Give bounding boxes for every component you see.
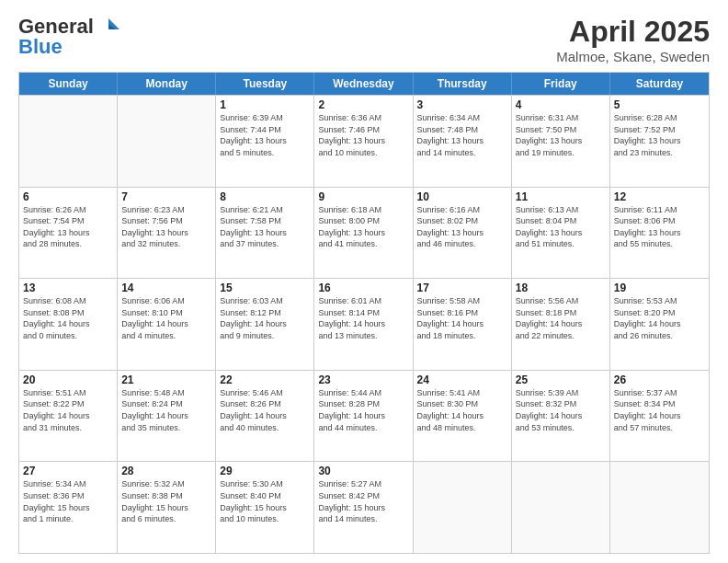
day-number: 28 <box>121 465 211 477</box>
logo-blue: Blue <box>18 35 63 59</box>
day-number: 5 <box>614 98 705 111</box>
day-number: 13 <box>23 282 113 294</box>
day-info: Sunrise: 5:27 AM Sunset: 8:42 PM Dayligh… <box>318 478 408 524</box>
day-info: Sunrise: 6:31 AM Sunset: 7:50 PM Dayligh… <box>516 112 606 158</box>
calendar-row-4: 20Sunrise: 5:51 AM Sunset: 8:22 PM Dayli… <box>19 370 709 462</box>
day-cell-10: 10Sunrise: 6:16 AM Sunset: 8:02 PM Dayli… <box>414 188 512 279</box>
day-cell-18: 18Sunrise: 5:56 AM Sunset: 8:18 PM Dayli… <box>512 279 610 370</box>
calendar-body: 1Sunrise: 6:39 AM Sunset: 7:44 PM Daylig… <box>19 95 709 553</box>
empty-cell <box>610 462 709 553</box>
day-cell-3: 3Sunrise: 6:34 AM Sunset: 7:48 PM Daylig… <box>414 96 512 187</box>
day-info: Sunrise: 6:28 AM Sunset: 7:52 PM Dayligh… <box>614 112 705 158</box>
day-info: Sunrise: 6:13 AM Sunset: 8:04 PM Dayligh… <box>516 204 606 250</box>
day-number: 9 <box>318 190 408 203</box>
calendar-subtitle: Malmoe, Skane, Sweden <box>556 49 710 64</box>
day-cell-17: 17Sunrise: 5:58 AM Sunset: 8:16 PM Dayli… <box>414 279 512 370</box>
day-header-wednesday: Wednesday <box>314 73 413 95</box>
day-info: Sunrise: 6:16 AM Sunset: 8:02 PM Dayligh… <box>417 204 507 250</box>
day-number: 12 <box>614 190 705 203</box>
title-block: April 2025 Malmoe, Skane, Sweden <box>556 15 710 64</box>
day-cell-24: 24Sunrise: 5:41 AM Sunset: 8:30 PM Dayli… <box>414 371 512 462</box>
day-info: Sunrise: 6:01 AM Sunset: 8:14 PM Dayligh… <box>318 295 408 341</box>
calendar-title: April 2025 <box>556 15 710 49</box>
day-cell-14: 14Sunrise: 6:06 AM Sunset: 8:10 PM Dayli… <box>118 279 216 370</box>
day-number: 3 <box>417 98 507 111</box>
calendar: SundayMondayTuesdayWednesdayThursdayFrid… <box>18 72 710 554</box>
day-info: Sunrise: 6:11 AM Sunset: 8:06 PM Dayligh… <box>614 204 705 250</box>
day-info: Sunrise: 5:56 AM Sunset: 8:18 PM Dayligh… <box>516 295 606 341</box>
day-header-thursday: Thursday <box>414 73 512 95</box>
day-number: 17 <box>417 282 507 294</box>
day-cell-11: 11Sunrise: 6:13 AM Sunset: 8:04 PM Dayli… <box>512 188 610 279</box>
logo-icon <box>96 17 121 37</box>
day-number: 8 <box>220 190 310 203</box>
day-info: Sunrise: 6:06 AM Sunset: 8:10 PM Dayligh… <box>121 295 211 341</box>
empty-cell <box>414 462 512 553</box>
day-cell-20: 20Sunrise: 5:51 AM Sunset: 8:22 PM Dayli… <box>19 371 118 462</box>
day-info: Sunrise: 5:46 AM Sunset: 8:26 PM Dayligh… <box>220 387 310 433</box>
day-number: 6 <box>23 190 113 203</box>
day-number: 7 <box>121 190 211 203</box>
day-cell-16: 16Sunrise: 6:01 AM Sunset: 8:14 PM Dayli… <box>314 279 413 370</box>
day-info: Sunrise: 6:39 AM Sunset: 7:44 PM Dayligh… <box>220 112 310 158</box>
day-cell-1: 1Sunrise: 6:39 AM Sunset: 7:44 PM Daylig… <box>216 96 314 187</box>
calendar-row-2: 6Sunrise: 6:26 AM Sunset: 7:54 PM Daylig… <box>19 187 709 279</box>
day-number: 21 <box>121 373 211 386</box>
day-cell-29: 29Sunrise: 5:30 AM Sunset: 8:40 PM Dayli… <box>216 462 314 553</box>
day-info: Sunrise: 6:08 AM Sunset: 8:08 PM Dayligh… <box>23 295 113 341</box>
calendar-row-5: 27Sunrise: 5:34 AM Sunset: 8:36 PM Dayli… <box>19 461 709 553</box>
day-cell-26: 26Sunrise: 5:37 AM Sunset: 8:34 PM Dayli… <box>610 371 709 462</box>
day-number: 19 <box>614 282 705 294</box>
day-info: Sunrise: 5:30 AM Sunset: 8:40 PM Dayligh… <box>220 478 310 524</box>
day-number: 14 <box>121 282 211 294</box>
day-info: Sunrise: 6:03 AM Sunset: 8:12 PM Dayligh… <box>220 295 310 341</box>
day-header-sunday: Sunday <box>19 73 118 95</box>
day-cell-30: 30Sunrise: 5:27 AM Sunset: 8:42 PM Dayli… <box>314 462 413 553</box>
day-info: Sunrise: 5:37 AM Sunset: 8:34 PM Dayligh… <box>614 387 705 433</box>
day-cell-19: 19Sunrise: 5:53 AM Sunset: 8:20 PM Dayli… <box>610 279 709 370</box>
day-number: 16 <box>318 282 408 294</box>
day-cell-8: 8Sunrise: 6:21 AM Sunset: 7:58 PM Daylig… <box>216 188 314 279</box>
day-cell-12: 12Sunrise: 6:11 AM Sunset: 8:06 PM Dayli… <box>610 188 709 279</box>
day-cell-25: 25Sunrise: 5:39 AM Sunset: 8:32 PM Dayli… <box>512 371 610 462</box>
day-number: 15 <box>220 282 310 294</box>
calendar-row-3: 13Sunrise: 6:08 AM Sunset: 8:08 PM Dayli… <box>19 278 709 370</box>
empty-cell <box>118 96 216 187</box>
header: General Blue April 2025 Malmoe, Skane, S… <box>18 15 710 64</box>
day-number: 18 <box>516 282 606 294</box>
day-number: 22 <box>220 373 310 386</box>
logo: General Blue <box>18 15 121 59</box>
day-info: Sunrise: 5:51 AM Sunset: 8:22 PM Dayligh… <box>23 387 113 433</box>
day-number: 11 <box>516 190 606 203</box>
day-info: Sunrise: 5:53 AM Sunset: 8:20 PM Dayligh… <box>614 295 705 341</box>
day-number: 2 <box>318 98 408 111</box>
day-info: Sunrise: 6:18 AM Sunset: 8:00 PM Dayligh… <box>318 204 408 250</box>
day-number: 26 <box>614 373 705 386</box>
day-header-monday: Monday <box>118 73 216 95</box>
empty-cell <box>19 96 118 187</box>
day-number: 27 <box>23 465 113 477</box>
day-info: Sunrise: 6:36 AM Sunset: 7:46 PM Dayligh… <box>318 112 408 158</box>
day-cell-28: 28Sunrise: 5:32 AM Sunset: 8:38 PM Dayli… <box>118 462 216 553</box>
day-info: Sunrise: 5:58 AM Sunset: 8:16 PM Dayligh… <box>417 295 507 341</box>
day-info: Sunrise: 5:39 AM Sunset: 8:32 PM Dayligh… <box>516 387 606 433</box>
day-number: 30 <box>318 465 408 477</box>
day-info: Sunrise: 5:41 AM Sunset: 8:30 PM Dayligh… <box>417 387 507 433</box>
day-number: 4 <box>516 98 606 111</box>
day-number: 29 <box>220 465 310 477</box>
day-info: Sunrise: 6:23 AM Sunset: 7:56 PM Dayligh… <box>121 204 211 250</box>
day-cell-7: 7Sunrise: 6:23 AM Sunset: 7:56 PM Daylig… <box>118 188 216 279</box>
day-cell-4: 4Sunrise: 6:31 AM Sunset: 7:50 PM Daylig… <box>512 96 610 187</box>
day-cell-27: 27Sunrise: 5:34 AM Sunset: 8:36 PM Dayli… <box>19 462 118 553</box>
day-info: Sunrise: 6:21 AM Sunset: 7:58 PM Dayligh… <box>220 204 310 250</box>
day-info: Sunrise: 5:34 AM Sunset: 8:36 PM Dayligh… <box>23 478 113 524</box>
day-header-tuesday: Tuesday <box>216 73 314 95</box>
day-cell-2: 2Sunrise: 6:36 AM Sunset: 7:46 PM Daylig… <box>314 96 413 187</box>
calendar-row-1: 1Sunrise: 6:39 AM Sunset: 7:44 PM Daylig… <box>19 95 709 187</box>
day-cell-21: 21Sunrise: 5:48 AM Sunset: 8:24 PM Dayli… <box>118 371 216 462</box>
day-cell-5: 5Sunrise: 6:28 AM Sunset: 7:52 PM Daylig… <box>610 96 709 187</box>
day-info: Sunrise: 5:48 AM Sunset: 8:24 PM Dayligh… <box>121 387 211 433</box>
day-header-friday: Friday <box>512 73 610 95</box>
calendar-header: SundayMondayTuesdayWednesdayThursdayFrid… <box>19 73 709 95</box>
day-cell-23: 23Sunrise: 5:44 AM Sunset: 8:28 PM Dayli… <box>314 371 413 462</box>
